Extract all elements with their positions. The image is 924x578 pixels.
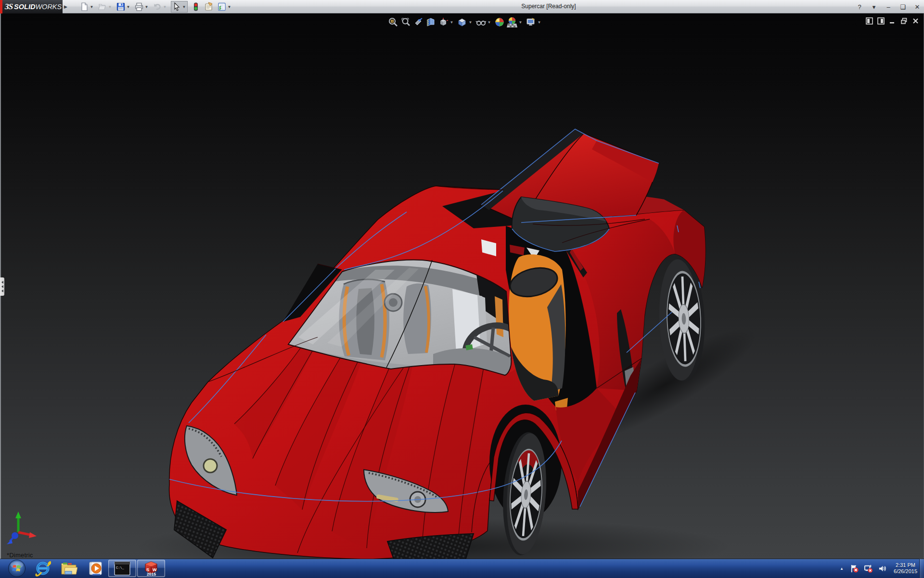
main-toolbar: ▼▼▼▼▼▼▼ [79, 0, 235, 13]
dassault-3ds-icon: ЗS [5, 2, 13, 12]
title-bar: ЗS SOLIDWORKS ▶ ▼▼▼▼▼▼▼ Supercar [Read-o… [0, 0, 924, 13]
minimize-button[interactable]: – [885, 3, 892, 11]
start-button[interactable] [4, 559, 30, 578]
dropdown-arrow-icon[interactable]: ▼ [89, 2, 94, 12]
action-center-flag-icon[interactable] [850, 564, 859, 573]
volume-icon[interactable] [878, 564, 887, 573]
svg-text:2015: 2015 [147, 572, 156, 577]
window-controls: ?▾–❏✕ [856, 0, 921, 13]
undo-icon [153, 2, 162, 12]
dropdown-arrow-icon[interactable]: ▼ [107, 2, 113, 12]
brand-works-text: WORKS [35, 3, 62, 11]
dropdown-arrow-icon[interactable]: ▼ [162, 2, 167, 12]
dropdown-arrow-icon[interactable]: ▼ [181, 2, 187, 12]
close-button[interactable]: ✕ [913, 3, 921, 11]
clock-date: 6/26/2015 [894, 568, 917, 575]
undo-button[interactable]: ▼ [153, 1, 167, 13]
orientation-triad [7, 512, 37, 544]
file-properties-icon [204, 2, 214, 12]
view-orientation-label: *Dimetric [7, 552, 33, 559]
show-hidden-icons-button[interactable]: ▴ [838, 566, 845, 571]
window-title: Supercar [Read-only] [226, 0, 871, 13]
solidworks-2015-button[interactable]: SW2015 [137, 560, 165, 577]
new-document-button[interactable]: ▼ [79, 1, 94, 13]
media-player-icon[interactable] [82, 559, 108, 578]
svg-text:C:\_: C:\_ [116, 566, 125, 570]
options-checklist-icon [217, 2, 227, 12]
taskbar-items: C:\_SW2015 [4, 559, 166, 578]
clock-time: 2:31 PM [894, 562, 917, 568]
menu-expander-arrow[interactable]: ▶ [64, 3, 68, 10]
restore-button[interactable]: ❏ [899, 3, 907, 11]
file-properties-button[interactable] [204, 1, 214, 13]
print-button[interactable]: ▼ [134, 1, 149, 13]
solidworks-logo: ЗS SOLIDWORKS [0, 0, 63, 13]
rebuild-traffic-light-icon [191, 2, 201, 12]
internet-explorer-icon[interactable] [30, 559, 56, 578]
print-icon [134, 2, 144, 12]
supercar-3d-model[interactable] [0, 13, 924, 559]
save-icon [116, 2, 126, 12]
windows-taskbar: C:\_SW2015 ▴ 2:31 PM 6/26 [0, 559, 924, 578]
dropdown-arrow-icon[interactable]: ▼ [126, 2, 131, 12]
brand-solid-text: SOLID [14, 3, 35, 11]
new-document-icon [79, 2, 89, 12]
system-tray: ▴ 2:31 PM 6/26/2015 [838, 559, 917, 578]
command-prompt-button[interactable]: C:\_ [108, 560, 136, 577]
solidworks-window: ЗS SOLIDWORKS ▶ ▼▼▼▼▼▼▼ Supercar [Read-o… [0, 0, 924, 578]
open-button[interactable]: ▼ [98, 1, 113, 13]
dropdown-arrow-icon[interactable]: ▼ [144, 2, 149, 12]
brand-red-stripe [0, 0, 2, 13]
select-cursor-icon [172, 2, 181, 12]
network-status-icon[interactable] [864, 564, 873, 573]
help-button[interactable]: ? [856, 3, 863, 11]
graphics-viewport[interactable]: ▼▼▼▼▼ [0, 13, 924, 559]
taskbar-clock[interactable]: 2:31 PM 6/26/2015 [894, 562, 917, 575]
open-icon [98, 2, 107, 12]
select-cursor-button[interactable]: ▼ [171, 1, 188, 13]
windows-explorer-icon[interactable] [56, 559, 82, 578]
save-button[interactable]: ▼ [116, 1, 131, 13]
help-dropdown[interactable]: ▾ [870, 3, 878, 11]
show-desktop-button[interactable] [919, 559, 924, 578]
rebuild-traffic-light-button[interactable] [191, 1, 201, 13]
